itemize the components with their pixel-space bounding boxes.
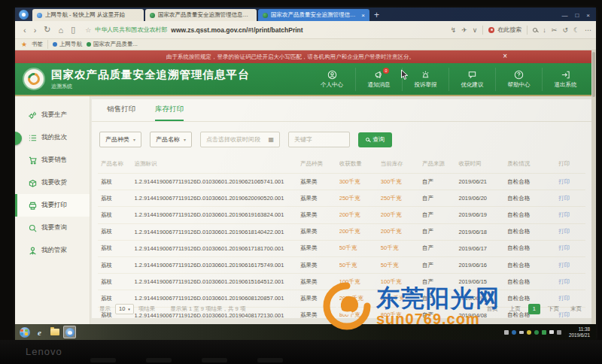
home-icon[interactable]: ⌂ bbox=[59, 26, 64, 35]
sidebar-item-sales[interactable]: 我要销售 bbox=[15, 149, 90, 171]
nav-personal-center[interactable]: 个人中心 bbox=[309, 68, 355, 91]
nav-complaints[interactable]: 投诉举报 bbox=[402, 68, 448, 91]
page-size-select[interactable]: 10 ▾ bbox=[115, 304, 134, 314]
start-button[interactable] bbox=[18, 326, 31, 338]
taskbar-clock[interactable]: 11:38 2019/6/21 bbox=[569, 326, 593, 338]
print-link[interactable]: 打印 bbox=[558, 195, 585, 202]
sidebar-item-batches[interactable]: 我的批次 bbox=[15, 126, 90, 149]
bookmark-favicon bbox=[53, 42, 57, 47]
print-link[interactable]: 打印 bbox=[558, 211, 585, 219]
bookmarks-label[interactable]: 书签 bbox=[32, 41, 43, 48]
sidebar: 我要生产 我的批次 我要销售 我要收货 我要打印 我要查询 bbox=[15, 96, 90, 324]
taskbar-explorer-icon[interactable] bbox=[48, 326, 61, 338]
print-link[interactable]: 打印 bbox=[558, 228, 585, 235]
laptop-bezel: Lenovo bbox=[0, 340, 602, 364]
bookmark-item-platform[interactable]: 国家农产品质量... bbox=[87, 41, 138, 48]
product-category-dropdown[interactable]: 产品种类 ▾ bbox=[99, 132, 141, 147]
scrollbar[interactable] bbox=[591, 50, 596, 324]
print-link[interactable]: 打印 bbox=[558, 178, 585, 186]
speed-mode-icon[interactable]: ↯ bbox=[451, 26, 457, 34]
tray-icon[interactable] bbox=[527, 330, 531, 335]
query-button[interactable]: 查询 bbox=[358, 132, 392, 147]
browser-logo-icon[interactable] bbox=[19, 10, 29, 20]
new-tab-button[interactable]: + bbox=[374, 10, 379, 20]
site-verified-name: 中华人民共和国农业农村部 bbox=[95, 26, 167, 34]
table-row: 荔枝 1.2.91441900677119126D.01030601.20190… bbox=[98, 240, 585, 256]
print-link[interactable]: 打印 bbox=[558, 244, 585, 252]
column-header: 收获数量 bbox=[339, 160, 381, 168]
sidebar-item-steward[interactable]: 我的管家 bbox=[15, 239, 90, 262]
first-page-button[interactable]: 首页 bbox=[483, 303, 502, 314]
keyword-input[interactable]: 关键字 bbox=[288, 132, 350, 147]
tray-icon[interactable] bbox=[519, 331, 524, 334]
tab-sales-print[interactable]: 销售打印 bbox=[107, 105, 135, 121]
share-icon[interactable]: ✈ bbox=[461, 26, 467, 34]
tray-icon[interactable] bbox=[534, 330, 539, 335]
download-icon[interactable]: ↓ bbox=[543, 26, 546, 34]
window-close-button[interactable]: × bbox=[586, 12, 590, 19]
night-mode-icon[interactable]: ☾ bbox=[573, 26, 579, 34]
tab-inventory-print[interactable]: 库存打印 bbox=[155, 105, 184, 121]
window-minimize-button[interactable]: — bbox=[561, 12, 567, 19]
sidebar-item-production[interactable]: 我要生产 bbox=[15, 104, 90, 126]
bookmarks-star-icon[interactable]: ★ bbox=[21, 41, 27, 48]
prev-page-button[interactable]: 上页 bbox=[506, 303, 524, 314]
browser-tab-platform-2-active[interactable]: 国家农产品质量安全追溯管理信息平台 × bbox=[258, 9, 369, 21]
cell-inspection-status: 自检合格 bbox=[507, 262, 558, 269]
warning-close-icon[interactable]: × bbox=[503, 52, 507, 60]
tray-icon[interactable] bbox=[542, 330, 546, 335]
nav-help-center[interactable]: 帮助中心 bbox=[495, 68, 542, 91]
history-icon[interactable]: ↺ bbox=[562, 26, 568, 34]
tab-favicon bbox=[263, 13, 268, 18]
nav-logout[interactable]: 退出系统 bbox=[542, 68, 588, 91]
tray-icon[interactable] bbox=[557, 330, 561, 335]
back-icon[interactable]: ‹ bbox=[23, 26, 26, 35]
forward-icon[interactable]: › bbox=[34, 26, 37, 35]
url-text[interactable]: www.zs.qsst.moa.gov.cn/#!/print/batchPri… bbox=[171, 26, 303, 34]
search-engine-icon[interactable] bbox=[488, 27, 494, 33]
favorite-star-icon[interactable]: ☆ bbox=[85, 26, 91, 34]
next-page-button[interactable]: 下页 bbox=[544, 303, 563, 314]
browser-tab-platform-1[interactable]: 国家农产品质量安全追溯管理信息平台 bbox=[145, 9, 257, 21]
calendar-icon[interactable]: ▦ bbox=[268, 136, 274, 143]
sidebar-item-receiving[interactable]: 我要收货 bbox=[15, 171, 90, 194]
browser-search-box[interactable]: 在此搜索 bbox=[488, 26, 521, 34]
reader-mode-icon[interactable]: ▯ bbox=[71, 25, 75, 35]
cell-product-type: 荔果类 bbox=[300, 278, 339, 286]
cell-source: 自产 bbox=[422, 178, 459, 186]
taskbar-browser-icon[interactable] bbox=[63, 326, 76, 338]
find-icon[interactable] bbox=[533, 28, 537, 32]
browser-tab-navigation[interactable]: 上网导航 - 轻快上网 从这里开始 bbox=[32, 9, 144, 21]
harvest-date-range-input[interactable]: 点击选择收获时间段 ▦ bbox=[200, 132, 280, 147]
scrollbar-thumb[interactable] bbox=[592, 52, 595, 97]
refresh-icon[interactable]: ↻ bbox=[44, 25, 50, 35]
menu-more-icon[interactable]: ⋯ bbox=[585, 26, 591, 34]
table-row: 荔枝 1.2.91441900677119126D.01030601.20190… bbox=[98, 223, 585, 240]
cell-inspection-status: 自检合格 bbox=[507, 211, 558, 219]
nav-notifications[interactable]: 0 通知消息 bbox=[355, 68, 402, 91]
print-link[interactable]: 打印 bbox=[558, 262, 585, 269]
taskbar-ie-icon[interactable]: e bbox=[33, 326, 46, 338]
chevron-down-icon: ▾ bbox=[128, 307, 130, 311]
print-tabs: 销售打印 库存打印 bbox=[92, 99, 591, 122]
last-page-button[interactable]: 末页 bbox=[567, 303, 585, 314]
tray-icon[interactable] bbox=[549, 330, 554, 334]
bookmark-item-navigation[interactable]: 上网导航 bbox=[53, 41, 82, 48]
sidebar-item-query[interactable]: 我要查询 bbox=[15, 217, 90, 239]
window-maximize-button[interactable]: □ bbox=[575, 12, 579, 19]
current-page-button[interactable]: 1 bbox=[528, 304, 540, 314]
cell-product-name: 荔枝 bbox=[98, 244, 135, 252]
sidebar-item-print[interactable]: 我要打印 bbox=[15, 194, 90, 217]
print-link[interactable]: 打印 bbox=[558, 295, 585, 302]
notification-badge: 0 bbox=[383, 68, 389, 74]
tray-icon[interactable] bbox=[512, 330, 516, 335]
product-name-dropdown[interactable]: 产品名称 ▾ bbox=[150, 132, 192, 147]
screenshot-icon[interactable]: ✂ bbox=[552, 26, 558, 34]
tray-icon[interactable] bbox=[504, 330, 509, 335]
tab-close-icon[interactable]: × bbox=[361, 12, 365, 19]
address-bar[interactable]: ☆ 中华人民共和国农业农村部 www.zs.qsst.moa.gov.cn/#!… bbox=[85, 26, 442, 34]
print-link[interactable]: 打印 bbox=[558, 278, 585, 286]
nav-suggestions[interactable]: 优化建议 bbox=[448, 68, 495, 91]
extensions-chevron-icon[interactable]: ∨ bbox=[473, 26, 478, 34]
cell-product-name: 荔枝 bbox=[98, 278, 135, 286]
